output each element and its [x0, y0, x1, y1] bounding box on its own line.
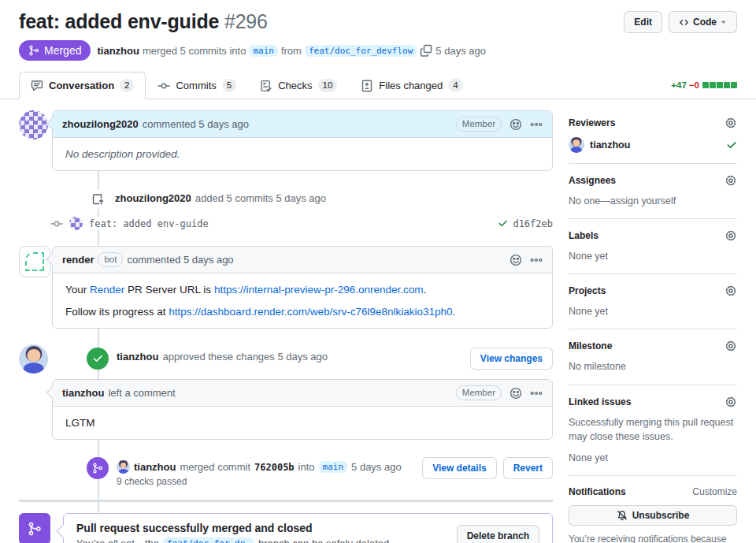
linked-issues-description: Successfully merging this pull request m… — [569, 415, 737, 444]
edit-button[interactable]: Edit — [624, 11, 662, 33]
merged-by-author[interactable]: tianzhou — [97, 45, 139, 57]
caret-down-icon — [721, 19, 727, 25]
gear-icon[interactable] — [724, 117, 737, 129]
bell-slash-icon — [617, 510, 628, 521]
reviewer-name[interactable]: tianzhou — [590, 139, 630, 151]
smiley-icon[interactable] — [510, 387, 522, 400]
assign-yourself-text[interactable]: No one—assign yourself — [569, 194, 737, 208]
base-branch-label[interactable]: main — [319, 461, 348, 473]
unsubscribe-button[interactable]: Unsubscribe — [569, 505, 737, 526]
projects-section: Projects None yet — [569, 274, 737, 329]
avatar-tianzhou-small[interactable] — [117, 460, 130, 474]
push-icon — [88, 190, 107, 209]
avatar-zhouzilong2020[interactable] — [19, 110, 48, 139]
commits-added-event: zhouzilong2020 added 5 commits 5 days ag… — [19, 190, 553, 209]
banner-title: Pull request successfully merged and clo… — [76, 522, 392, 534]
pr-tab-bar: Conversation 2 Commits 5 Checks 10 Files… — [0, 72, 756, 99]
tab-checks[interactable]: Checks 10 — [248, 72, 349, 99]
gear-icon[interactable] — [724, 340, 737, 352]
base-branch-label[interactable]: main — [249, 45, 278, 57]
gear-icon[interactable] — [724, 174, 737, 187]
review-comment-tianzhou: tianzhou left a comment Member LGTM — [19, 379, 553, 440]
pr-header: feat: added env-guide #296 Edit Code Mer… — [0, 0, 756, 61]
assignees-title: Assignees — [569, 175, 616, 186]
event-author[interactable]: zhouzilong2020 — [115, 192, 191, 204]
merge-event: tianzhou merged commit 762005b into main… — [19, 457, 553, 487]
merged-timestamp: 5 days ago — [435, 45, 486, 57]
bot-badge: bot — [98, 252, 123, 267]
preview-url-link[interactable]: https://internal-preview-pr-296.onrender… — [214, 284, 424, 296]
assignees-section: Assignees No one—assign yourself — [569, 164, 737, 219]
conversation-icon — [31, 80, 43, 92]
git-merge-icon — [19, 513, 50, 543]
comment-zhouzilong: zhouzilong2020 commented 5 days ago Memb… — [19, 110, 553, 171]
gear-icon[interactable] — [724, 229, 737, 242]
render-link[interactable]: Render — [90, 284, 124, 296]
dashboard-url-link[interactable]: https://dashboard.render.com/web/srv-c76… — [169, 306, 452, 318]
avatar-tianzhou[interactable] — [19, 344, 48, 374]
merged-banner: Pull request successfully merged and clo… — [19, 513, 553, 543]
approved-check-icon — [726, 139, 737, 151]
tab-commits[interactable]: Commits 5 — [146, 72, 248, 99]
pr-sidebar: Reviewers tianzhou Assignees No one—assi… — [569, 109, 737, 543]
milestone-empty-text: No milestone — [569, 359, 737, 374]
head-branch-label[interactable]: feat/doc_for_de… — [163, 537, 254, 543]
labels-empty-text: None yet — [569, 249, 737, 263]
diffstat: +47 −0 — [671, 80, 737, 90]
checks-count: 10 — [318, 79, 338, 92]
merged-commit-hash[interactable]: 762005b — [254, 462, 295, 473]
commit-message[interactable]: feat: added env-guide — [89, 218, 209, 229]
commits-count: 5 — [222, 79, 236, 92]
member-badge: Member — [456, 385, 502, 400]
labels-title: Labels — [569, 230, 598, 241]
notifications-title: Notifications — [569, 486, 626, 497]
comment-render-bot: render bot commented 5 days ago Your Ren… — [19, 246, 553, 329]
copy-icon[interactable] — [420, 44, 432, 57]
projects-title: Projects — [569, 285, 606, 296]
gear-icon[interactable] — [724, 396, 737, 408]
checks-passed-text[interactable]: 9 checks passed — [117, 476, 402, 487]
comment-body: LGTM — [53, 407, 552, 439]
comment-body: No description provided. — [53, 138, 552, 170]
view-changes-button[interactable]: View changes — [470, 348, 553, 370]
kebab-icon[interactable] — [530, 254, 543, 266]
render-logo-icon — [25, 252, 44, 271]
event-timestamp: 5 days ago — [351, 461, 402, 473]
avatar-render-bot[interactable] — [19, 246, 50, 277]
reviewer-row: tianzhou — [569, 137, 737, 153]
tab-conversation[interactable]: Conversation 2 — [19, 72, 146, 99]
reviewers-section: Reviewers tianzhou — [569, 112, 737, 164]
comment-author[interactable]: zhouzilong2020 — [62, 118, 139, 130]
head-branch-label[interactable]: feat/doc_for_devflow — [305, 45, 417, 57]
tab-files-changed[interactable]: Files changed 4 — [349, 72, 474, 99]
code-icon — [679, 17, 689, 28]
code-button[interactable]: Code — [669, 11, 737, 33]
commit-row: feat: added env-guide d16f2eb — [19, 217, 553, 230]
comment-author[interactable]: render — [62, 254, 94, 266]
kebab-icon[interactable] — [530, 387, 543, 400]
event-author[interactable]: tianzhou — [117, 351, 158, 363]
timeline-divider — [19, 500, 553, 502]
delete-branch-button[interactable]: Delete branch — [457, 525, 539, 543]
gear-icon[interactable] — [724, 285, 737, 297]
linked-issues-empty-text: None yet — [569, 451, 737, 465]
approval-event: tianzhou approved these changes 5 days a… — [19, 348, 553, 370]
pr-title-text: feat: added env-guide — [19, 10, 219, 32]
customize-link[interactable]: Customize — [692, 486, 737, 497]
smiley-icon[interactable] — [510, 118, 522, 131]
kebab-icon[interactable] — [530, 118, 543, 131]
commit-author-avatar[interactable] — [69, 217, 83, 230]
comment-author[interactable]: tianzhou — [62, 387, 104, 399]
smiley-icon[interactable] — [510, 254, 522, 266]
diffstat-blocks — [702, 80, 737, 90]
commit-hash[interactable]: d16f2eb — [513, 218, 553, 229]
linked-issues-section: Linked issues Successfully merging this … — [569, 385, 737, 476]
view-details-button[interactable]: View details — [422, 457, 496, 479]
diff-deletions: −0 — [689, 80, 699, 90]
revert-button[interactable]: Revert — [503, 457, 553, 479]
event-author[interactable]: tianzhou — [134, 461, 176, 473]
comment-action: left a comment — [108, 387, 175, 399]
pr-timeline: zhouzilong2020 commented 5 days ago Memb… — [19, 109, 553, 543]
avatar-tianzhou[interactable] — [569, 137, 584, 153]
pr-number: #296 — [224, 10, 268, 32]
